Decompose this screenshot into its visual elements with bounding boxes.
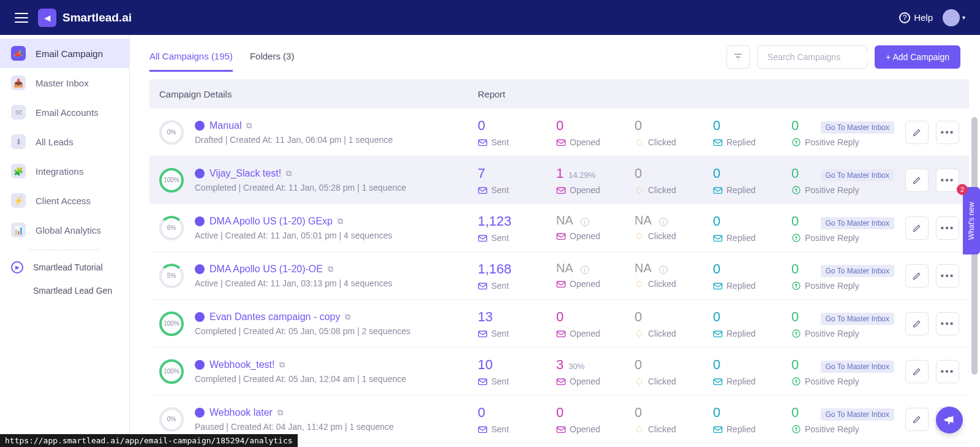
sidebar-item-global-analytics[interactable]: 📊Global Analytics [0,215,129,245]
external-link-icon[interactable]: ⧉ [279,360,285,370]
edit-button[interactable] [905,408,929,431]
sent-value: 10 [478,357,492,373]
go-to-master-inbox[interactable]: Go To Master Inbox [821,265,895,277]
progress-ring: 100% [159,359,184,384]
sidebar-item-integrations[interactable]: 🧩Integrations [0,156,129,186]
edit-button[interactable] [905,264,929,288]
opened-value: 0 [556,118,564,134]
more-button[interactable]: ••• [936,121,959,144]
play-icon: ▶ [11,261,23,273]
external-link-icon[interactable]: ⧉ [277,408,283,418]
opened-icon [556,139,566,146]
sidebar-item-email-accounts[interactable]: ✉Email Accounts [0,97,129,127]
edit-button[interactable] [905,121,929,144]
clicked-icon [635,186,644,194]
campaign-subtitle: Completed | Created At: 11 Jan, 05:28 pm… [195,183,478,193]
replied-value: 0 [713,405,720,421]
more-button[interactable]: ••• [936,312,959,335]
opened-icon [556,186,566,194]
sidebar-item-master-inbox[interactable]: 📥Master Inbox [0,68,129,97]
sidebar-item-all-leads[interactable]: ⬇All Leads [0,127,129,156]
sidebar-leadgen[interactable]: Smartlead Lead Gen [0,280,129,302]
go-to-master-inbox[interactable]: Go To Master Inbox [821,361,895,373]
tab-all-campaigns[interactable]: All Campaigns (195) [149,42,233,72]
filter-button[interactable] [726,45,750,69]
campaign-name-link[interactable]: Webhook later [209,407,273,418]
clicked-value: 0 [635,357,642,373]
edit-button[interactable] [905,360,929,383]
search-input[interactable] [767,52,875,62]
campaign-name-link[interactable]: DMA Apollo US (1-20)-OE [209,264,323,275]
progress-ring: 5% [159,264,184,288]
go-to-master-inbox[interactable]: Go To Master Inbox [821,313,895,325]
table-row[interactable]: 100%Evan Dantes campaign - copy⧉Complete… [149,300,969,348]
pencil-icon [912,128,922,137]
replied-value: 0 [713,357,720,373]
external-link-icon[interactable]: ⧉ [328,264,333,274]
hamburger-menu[interactable] [15,13,28,23]
campaign-name-link[interactable]: Manual [209,120,241,131]
add-campaign-button[interactable]: + Add Campaign [875,45,960,69]
progress-ring: 6% [159,216,184,240]
campaign-name-link[interactable]: DMA Apollo US (1-20) GExp [209,216,333,227]
info-icon: i [581,266,589,274]
svg-rect-26 [557,427,565,432]
th-report: Report [478,89,959,99]
positive-value: 0 [791,309,799,325]
positive-icon [791,426,801,433]
external-link-icon[interactable]: ⧉ [286,169,292,178]
pencil-icon [912,367,922,376]
positive-icon [791,378,801,385]
campaign-name-link[interactable]: Evan Dantes campaign - copy [209,311,340,323]
sidebar-item-email-campaign[interactable]: 📣Email Campaign [0,39,129,68]
opened-icon [556,232,566,240]
more-button[interactable]: ••• [936,360,959,383]
brand-logo[interactable]: Smartlead.ai [38,9,132,27]
positive-value: 0 [791,405,799,421]
svg-rect-7 [714,188,722,193]
status-url: https://app.smartlead.ai/app/email-campa… [0,434,298,447]
campaign-table: Campaign Details Report 0%Manual⧉Drafted… [130,72,980,447]
tab-folders[interactable]: Folders (3) [250,42,295,72]
sent-value: 0 [478,405,485,421]
sent-value: 7 [478,166,485,181]
campaign-name-link[interactable]: Vijay_Slack test! [209,168,281,179]
external-link-icon[interactable]: ⧉ [345,312,350,322]
positive-icon [791,330,801,337]
go-to-master-inbox[interactable]: Go To Master Inbox [821,408,895,421]
table-row[interactable]: 5%DMA Apollo US (1-20)-OE⧉Active | Creat… [149,252,969,300]
table-row[interactable]: 100%Vijay_Slack test!⧉Completed | Create… [149,156,969,204]
positive-icon [791,139,801,146]
sidebar-item-client-access[interactable]: ⚡Client Access [0,186,129,215]
help-link[interactable]: ? Help [899,12,933,23]
more-button[interactable]: ••• [936,264,959,288]
search-box[interactable] [757,45,867,69]
more-button[interactable]: ••• [936,169,959,192]
external-link-icon[interactable]: ⧉ [246,121,252,131]
go-to-master-inbox[interactable]: Go To Master Inbox [821,217,895,229]
sent-icon [478,378,488,385]
status-dot [195,169,205,178]
edit-button[interactable] [905,216,929,240]
topbar: Smartlead.ai ? Help ▾ [0,0,980,35]
status-dot [195,216,205,226]
edit-button[interactable] [905,169,929,192]
fab-button[interactable] [936,407,963,434]
sidebar-tutorial[interactable]: ▶ Smartlead Tutorial [0,255,129,280]
external-link-icon[interactable]: ⧉ [337,216,343,226]
opened-icon [556,378,566,385]
go-to-master-inbox[interactable]: Go To Master Inbox [821,121,895,134]
edit-button[interactable] [905,312,929,335]
table-row[interactable]: 0%Manual⧉Drafted | Created At: 11 Jan, 0… [149,109,969,156]
svg-rect-18 [557,331,565,337]
table-row[interactable]: 6%DMA Apollo US (1-20) GExp⧉Active | Cre… [149,204,969,252]
sidebar-item-label: Client Access [36,196,91,206]
chevron-down-icon: ▾ [962,14,965,21]
more-button[interactable]: ••• [936,216,959,240]
go-to-master-inbox[interactable]: Go To Master Inbox [821,169,895,181]
table-row[interactable]: 100%Webhook_test!⧉Completed | Created At… [149,348,969,395]
campaign-name-link[interactable]: Webhook_test! [209,359,274,370]
opened-icon [556,280,566,288]
user-menu[interactable]: ▾ [943,9,965,26]
whatsnew-tab[interactable]: What's new [963,187,980,254]
